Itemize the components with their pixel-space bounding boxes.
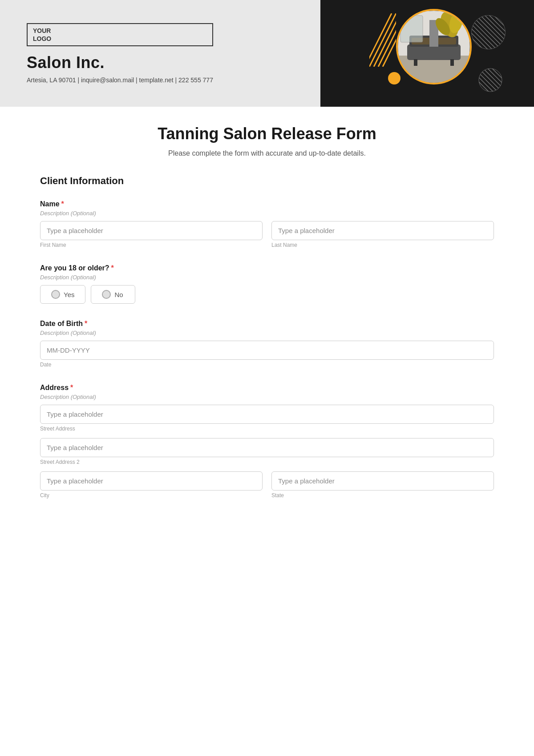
header-left: YOUR LOGO Salon Inc. Artesia, LA 90701 |… — [27, 23, 213, 84]
svg-line-38 — [477, 71, 499, 93]
street1-sublabel: Street Address — [40, 426, 494, 432]
svg-line-15 — [487, 13, 507, 33]
dob-wrap: Date — [40, 341, 494, 368]
svg-line-46 — [477, 89, 481, 93]
city-sublabel: City — [40, 492, 263, 499]
svg-rect-25 — [407, 44, 461, 60]
state-sublabel: State — [271, 492, 494, 499]
first-name-input[interactable] — [40, 221, 263, 240]
name-label: Name * — [40, 200, 494, 208]
last-name-input[interactable] — [271, 221, 494, 240]
dob-description: Description (Optional) — [40, 330, 494, 336]
name-required-star: * — [61, 200, 64, 208]
age-yes-radio[interactable] — [51, 290, 60, 299]
age-yes-option[interactable]: Yes — [40, 285, 85, 304]
page-header: YOUR LOGO Salon Inc. Artesia, LA 90701 |… — [0, 0, 534, 107]
svg-line-45 — [495, 67, 504, 76]
age-no-option[interactable]: No — [91, 285, 135, 304]
svg-line-3 — [383, 13, 396, 67]
last-name-sublabel: Last Name — [271, 242, 494, 248]
section-client-title: Client Information — [40, 175, 494, 187]
form-title: Tanning Salon Release Form — [40, 125, 494, 143]
age-field-group: Are you 18 or older? * Description (Opti… — [40, 264, 494, 304]
hatched-circle-sm-icon — [477, 67, 504, 93]
logo-box: YOUR LOGO — [27, 23, 213, 46]
dob-sublabel: Date — [40, 362, 494, 368]
svg-line-39 — [481, 67, 504, 89]
svg-line-44 — [477, 84, 486, 93]
address-required-star: * — [70, 384, 73, 392]
last-name-wrap: Last Name — [271, 221, 494, 248]
age-no-label: No — [114, 291, 123, 298]
diagonal-lines-icon — [369, 13, 396, 67]
svg-line-14 — [469, 31, 490, 51]
street2-wrap: Street Address 2 — [40, 438, 494, 465]
city-input[interactable] — [40, 471, 263, 491]
city-wrap: City — [40, 471, 263, 499]
dob-input[interactable] — [40, 341, 494, 360]
age-radio-group: Yes No — [40, 285, 494, 304]
form-subtitle: Please complete the form with accurate a… — [40, 149, 494, 157]
header-decoration — [356, 13, 507, 93]
name-field-group: Name * Description (Optional) First Name… — [40, 200, 494, 248]
svg-line-17 — [492, 13, 507, 29]
state-input[interactable] — [271, 471, 494, 491]
address-field-group: Address * Description (Optional) Street … — [40, 384, 494, 499]
dob-field-group: Date of Birth * Description (Optional) D… — [40, 320, 494, 368]
orange-dot-icon — [388, 72, 400, 84]
svg-rect-33 — [450, 59, 454, 66]
svg-rect-32 — [414, 59, 417, 66]
age-no-radio[interactable] — [102, 290, 111, 299]
svg-line-47 — [499, 67, 504, 71]
name-field-row: First Name Last Name — [40, 221, 494, 248]
street1-input[interactable] — [40, 405, 494, 424]
svg-line-8 — [469, 18, 503, 51]
svg-rect-34 — [400, 16, 423, 42]
salon-address: Artesia, LA 90701 | inquire@salon.mail |… — [27, 76, 213, 84]
street2-input[interactable] — [40, 438, 494, 457]
svg-line-11 — [478, 13, 507, 42]
salon-photo-circle — [396, 9, 472, 84]
svg-line-9 — [474, 13, 507, 47]
age-yes-label: Yes — [64, 291, 74, 298]
address-label: Address * — [40, 384, 494, 392]
salon-name: Salon Inc. — [27, 53, 213, 72]
main-content: Tanning Salon Release Form Please comple… — [0, 107, 534, 541]
hatched-circle-icon — [469, 13, 507, 51]
first-name-wrap: First Name — [40, 221, 263, 248]
name-description: Description (Optional) — [40, 210, 494, 217]
city-state-row: City State — [40, 471, 494, 499]
svg-line-21 — [501, 13, 507, 20]
dob-label: Date of Birth * — [40, 320, 494, 328]
age-required-star: * — [111, 264, 114, 272]
salon-image — [398, 11, 470, 83]
svg-line-16 — [469, 36, 485, 51]
state-wrap: State — [271, 471, 494, 499]
street1-wrap: Street Address — [40, 405, 494, 432]
age-description: Description (Optional) — [40, 274, 494, 281]
dob-required-star: * — [85, 320, 87, 328]
first-name-sublabel: First Name — [40, 242, 263, 248]
street2-sublabel: Street Address 2 — [40, 459, 494, 465]
address-description: Description (Optional) — [40, 394, 494, 400]
svg-line-10 — [469, 22, 498, 51]
age-label: Are you 18 or older? * — [40, 264, 494, 272]
svg-line-19 — [496, 13, 507, 24]
